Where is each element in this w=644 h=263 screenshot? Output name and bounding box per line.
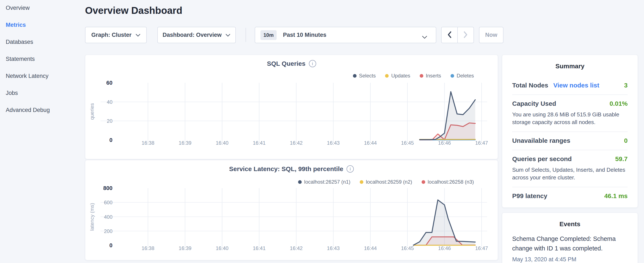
time-range-badge: 10m xyxy=(260,30,276,40)
summary-row-label: Total Nodes xyxy=(512,82,548,89)
svg-text:16:43: 16:43 xyxy=(327,245,340,251)
svg-text:16:40: 16:40 xyxy=(216,140,228,146)
summary-row-value: 3 xyxy=(624,82,628,89)
summary-row: Queries per second59.7 xyxy=(512,155,628,163)
sidebar-item-overview[interactable]: Overview xyxy=(6,4,78,12)
events-panel: Events Schema Change Completed: Schema c… xyxy=(502,212,638,263)
svg-text:16:42: 16:42 xyxy=(290,140,302,146)
summary-divider xyxy=(512,187,628,187)
summary-row-value: 0 xyxy=(624,137,628,144)
svg-text:20: 20 xyxy=(107,118,112,124)
summary-row-value: 59.7 xyxy=(615,155,628,163)
sql-queries-chart-card: SQL Queries i SelectsUpdatesInsertsDelet… xyxy=(85,55,498,159)
svg-text:16:44: 16:44 xyxy=(364,140,377,146)
controls-divider xyxy=(246,28,246,42)
sidebar-item-databases[interactable]: Databases xyxy=(6,38,78,46)
summary-row-subtext: You are using 28.6 MiB of 515.9 GiB usab… xyxy=(512,111,628,126)
service-latency-chart[interactable]: 16:3816:3916:4016:4116:4216:4316:4416:45… xyxy=(85,160,498,260)
summary-row: Unavailable ranges0 xyxy=(512,137,628,144)
svg-text:16:41: 16:41 xyxy=(253,245,266,251)
svg-text:0: 0 xyxy=(110,137,112,143)
svg-text:600: 600 xyxy=(104,200,112,205)
service-latency-chart-card: Service Latency: SQL, 99th percentile i … xyxy=(85,160,498,260)
time-range-dropdown[interactable]: 10m Past 10 Minutes xyxy=(255,27,436,43)
sidebar-nav: OverviewMetricsDatabasesStatementsNetwor… xyxy=(6,4,78,123)
chevron-down-icon xyxy=(136,32,140,38)
svg-text:latency (ms): latency (ms) xyxy=(89,203,95,231)
event-message: Schema Change Completed: Schema change w… xyxy=(512,234,629,253)
time-range-label: Past 10 Minutes xyxy=(283,32,326,38)
view-nodes-list-link[interactable]: View nodes list xyxy=(553,82,599,89)
summary-row: Total NodesView nodes list3 xyxy=(512,82,628,89)
sidebar-item-statements[interactable]: Statements xyxy=(6,55,78,63)
svg-text:16:43: 16:43 xyxy=(327,140,340,146)
sidebar-item-metrics[interactable]: Metrics xyxy=(6,21,78,29)
summary-row-value: 46.1 ms xyxy=(604,192,628,200)
summary-row-subtext: Sum of Selects, Updates, Inserts, and De… xyxy=(512,166,628,181)
summary-divider xyxy=(512,150,628,150)
graph-dropdown[interactable]: Graph: Cluster xyxy=(85,27,147,43)
summary-row-label: Unavailable ranges xyxy=(512,137,570,144)
chevron-right-icon xyxy=(463,31,468,39)
events-title: Events xyxy=(502,220,638,228)
summary-row-label: Capacity Used xyxy=(512,100,556,107)
svg-text:16:40: 16:40 xyxy=(216,245,228,251)
sidebar-item-jobs[interactable]: Jobs xyxy=(6,89,78,97)
summary-panel: Summary Total NodesView nodes list3Capac… xyxy=(502,55,638,208)
svg-text:16:42: 16:42 xyxy=(290,245,302,251)
svg-text:16:44: 16:44 xyxy=(364,245,377,251)
svg-text:16:38: 16:38 xyxy=(142,140,154,146)
prev-time-button[interactable] xyxy=(442,27,458,43)
svg-text:40: 40 xyxy=(107,99,112,105)
chevron-down-icon xyxy=(225,32,230,38)
svg-text:800: 800 xyxy=(103,185,112,191)
event-timestamp: May 13, 2020 at 4:45 PM xyxy=(512,256,628,263)
sidebar-item-network-latency[interactable]: Network Latency xyxy=(6,72,78,80)
summary-row-label: P99 latency xyxy=(512,192,547,200)
summary-title: Summary xyxy=(502,63,638,70)
dashboard-dropdown-label: Dashboard: Overview xyxy=(163,32,222,38)
summary-row-value: 0.01% xyxy=(610,100,628,107)
summary-row: P99 latency46.1 ms xyxy=(512,192,628,200)
svg-text:60: 60 xyxy=(106,80,112,86)
svg-text:16:46: 16:46 xyxy=(438,140,451,146)
page-title: Overview Dashboard xyxy=(85,5,182,16)
svg-text:16:45: 16:45 xyxy=(401,140,414,146)
summary-divider xyxy=(512,132,628,132)
svg-text:16:39: 16:39 xyxy=(178,245,191,251)
summary-row: Capacity Used0.01% xyxy=(512,100,628,107)
summary-row-label: Queries per second xyxy=(512,155,572,163)
svg-text:16:38: 16:38 xyxy=(142,245,154,251)
svg-text:16:47: 16:47 xyxy=(475,245,488,251)
svg-text:16:47: 16:47 xyxy=(475,140,488,146)
svg-text:200: 200 xyxy=(104,228,112,234)
graph-dropdown-label: Graph: Cluster xyxy=(91,32,132,38)
svg-text:16:41: 16:41 xyxy=(253,140,266,146)
svg-text:16:46: 16:46 xyxy=(438,245,451,251)
page: OverviewMetricsDatabasesStatementsNetwor… xyxy=(0,0,644,263)
time-pager xyxy=(441,27,474,43)
svg-text:0: 0 xyxy=(110,242,112,248)
now-button[interactable]: Now xyxy=(479,27,504,43)
chevron-down-icon xyxy=(422,34,427,41)
svg-text:400: 400 xyxy=(104,214,112,220)
summary-divider xyxy=(512,95,628,95)
svg-text:16:45: 16:45 xyxy=(401,245,414,251)
svg-text:16:39: 16:39 xyxy=(178,140,191,146)
chevron-left-icon xyxy=(447,31,452,39)
sidebar-item-advanced-debug[interactable]: Advanced Debug xyxy=(6,106,78,114)
sql-queries-chart[interactable]: 16:3816:3916:4016:4116:4216:4316:4416:45… xyxy=(85,55,498,159)
dashboard-dropdown[interactable]: Dashboard: Overview xyxy=(157,27,236,43)
svg-text:queries: queries xyxy=(89,103,95,120)
next-time-button[interactable] xyxy=(458,27,474,43)
